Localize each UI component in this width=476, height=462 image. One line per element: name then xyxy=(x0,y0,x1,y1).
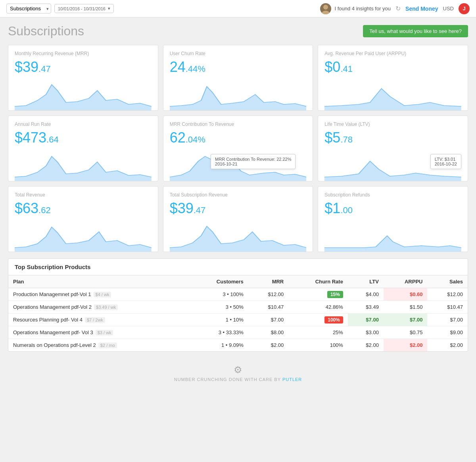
tooltip-5: LTV: $3.012016-10-22 xyxy=(430,154,461,169)
customers-cell-3: 3 • 33.33% xyxy=(190,326,248,339)
date-range-selector[interactable]: 10/01/2016 - 10/31/2016 ▾ xyxy=(54,4,114,13)
footer-brand: PUTLER xyxy=(282,377,302,382)
plan-cell-1: Operations Management pdf-Vol 2$3.49 / w… xyxy=(8,301,190,314)
send-money-button[interactable]: Send Money xyxy=(405,6,438,12)
ltv-cell-0: $4.00 xyxy=(348,288,384,301)
subscriptions-dropdown[interactable]: Subscriptions xyxy=(6,4,51,13)
metric-card-6[interactable]: Total Revenue$63.62 xyxy=(8,186,158,252)
footer-tagline: NUMBER CRUNCHING DONE WITH CARE BY xyxy=(174,377,281,382)
date-range-text: 10/01/2016 - 10/31/2016 xyxy=(58,6,106,11)
plan-cell-2: Resources Planning pdf- Vol 4$7 / 2wk xyxy=(8,314,190,326)
mrr-cell-4: $2.00 xyxy=(248,339,288,352)
mrr-cell-0: $12.00 xyxy=(248,288,288,301)
main-content: Subscriptions Tell us, what would you li… xyxy=(0,17,476,395)
page-header: Subscriptions Tell us, what would you li… xyxy=(8,24,468,38)
chart-area-8 xyxy=(324,220,461,252)
plan-cell-3: Operations Management pdf- Vol 3$3 / wk xyxy=(8,326,190,339)
churn-badge-0: 15% xyxy=(327,291,343,298)
plan-price-1: $3.49 / wk xyxy=(94,304,118,310)
topnav-left: Subscriptions 10/01/2016 - 10/31/2016 ▾ xyxy=(6,4,114,13)
subscriptions-table: PlanCustomersMRRChurn RateLTVARPPUSales … xyxy=(8,275,468,351)
metrics-grid: Monthly Recurring Revenue (MRR)$39.47Use… xyxy=(8,45,468,252)
refresh-icon[interactable]: ↻ xyxy=(395,5,401,12)
mrr-cell-3: $8.00 xyxy=(248,326,288,339)
th-customers: Customers xyxy=(190,275,248,288)
metric-label-8: Subscription Refunds xyxy=(324,192,461,198)
churn-badge-2: 100% xyxy=(324,316,343,323)
chart-area-6 xyxy=(15,220,152,252)
topnav: Subscriptions 10/01/2016 - 10/31/2016 ▾ … xyxy=(0,0,476,17)
plan-price-3: $3 / wk xyxy=(96,330,113,335)
metric-card-5[interactable]: Life Time Value (LTV)$5.78LTV: $3.012016… xyxy=(318,116,468,181)
th-sales: Sales xyxy=(427,275,468,288)
table-row[interactable]: Resources Planning pdf- Vol 4$7 / 2wk1 •… xyxy=(8,314,468,326)
chart-area-4: MRR Contribution To Revenue: 22.22%2016-… xyxy=(170,149,307,181)
th-plan: Plan xyxy=(8,275,190,288)
metric-value-6: $63.62 xyxy=(15,200,152,217)
metric-label-7: Total Subscription Revenue xyxy=(170,192,307,198)
metric-value-3: $473.64 xyxy=(15,129,152,146)
arppu-cell-4: $2.00 xyxy=(384,339,428,352)
subscriptions-dropdown-wrapper[interactable]: Subscriptions xyxy=(6,4,51,13)
chart-area-1 xyxy=(170,79,307,110)
metric-card-4[interactable]: MRR Contribution To Revenue62.04%MRR Con… xyxy=(163,116,313,181)
metric-card-1[interactable]: User Churn Rate24.44% xyxy=(163,45,313,111)
churn-cell-1: 42.86% xyxy=(288,301,348,314)
metric-card-3[interactable]: Annual Run Rate$473.64 xyxy=(8,116,158,181)
table-header: PlanCustomersMRRChurn RateLTVARPPUSales xyxy=(8,275,468,288)
table-row[interactable]: Production Managemnet pdf-Vol 1$4 / wk3 … xyxy=(8,288,468,301)
customers-cell-2: 1 • 10% xyxy=(190,314,248,326)
metric-value-0: $39.47 xyxy=(15,59,152,75)
chart-area-0 xyxy=(15,79,152,110)
metric-value-7: $39.47 xyxy=(170,200,307,217)
metric-label-5: Life Time Value (LTV) xyxy=(324,121,461,127)
metric-card-8[interactable]: Subscription Refunds$1.00 xyxy=(318,186,468,252)
sales-cell-4: $2.00 xyxy=(427,339,468,352)
plan-name-0: Production Managemnet pdf-Vol 1 xyxy=(13,291,91,297)
plan-price-0: $4 / wk xyxy=(94,292,111,297)
chart-area-5: LTV: $3.012016-10-22 xyxy=(324,149,461,181)
tooltip-4: MRR Contribution To Revenue: 22.22%2016-… xyxy=(211,154,296,169)
metric-card-0[interactable]: Monthly Recurring Revenue (MRR)$39.47 xyxy=(8,45,158,111)
metric-value-5: $5.78 xyxy=(324,129,461,146)
table-row[interactable]: Operations Management pdf-Vol 2$3.49 / w… xyxy=(8,301,468,314)
th-churn-rate: Churn Rate xyxy=(288,275,348,288)
table-title: Top Subscription Products xyxy=(8,259,468,275)
date-range-chevron[interactable]: ▾ xyxy=(108,6,110,11)
metric-label-3: Annual Run Rate xyxy=(15,121,152,127)
ltv-cell-1: $3.49 xyxy=(348,301,384,314)
plan-name-2: Resources Planning pdf- Vol 4 xyxy=(13,317,83,323)
metric-value-8: $1.00 xyxy=(324,200,461,217)
plan-price-2: $7 / 2wk xyxy=(85,317,105,323)
metric-value-2: $0.41 xyxy=(324,59,461,75)
table-row[interactable]: Operations Management pdf- Vol 3$3 / wk3… xyxy=(8,326,468,339)
footer: ⚙ NUMBER CRUNCHING DONE WITH CARE BY PUT… xyxy=(8,358,468,388)
mrr-cell-1: $10.47 xyxy=(248,301,288,314)
chart-area-3 xyxy=(15,149,152,181)
ltv-cell-3: $3.00 xyxy=(348,326,384,339)
arppu-cell-1: $1.50 xyxy=(384,301,428,314)
plan-name-1: Operations Management pdf-Vol 2 xyxy=(13,304,92,310)
churn-cell-3: 25% xyxy=(288,326,348,339)
plan-name-3: Operations Management pdf- Vol 3 xyxy=(13,329,93,335)
plan-cell-0: Production Managemnet pdf-Vol 1$4 / wk xyxy=(8,288,190,301)
currency-label: USD xyxy=(443,6,454,12)
insights-avatar xyxy=(320,3,331,14)
table-row[interactable]: Numerals on Operations pdf-Level 2$2 / m… xyxy=(8,339,468,352)
churn-cell-2: 100% xyxy=(288,314,348,326)
metric-card-7[interactable]: Total Subscription Revenue$39.47 xyxy=(163,186,313,252)
tell-us-button[interactable]: Tell us, what would you like to see here… xyxy=(363,25,468,37)
metric-label-1: User Churn Rate xyxy=(170,51,307,56)
footer-icon: ⚙ xyxy=(14,364,462,375)
sales-cell-2: $7.00 xyxy=(427,314,468,326)
customers-cell-4: 1 • 9.09% xyxy=(190,339,248,352)
th-mrr: MRR xyxy=(248,275,288,288)
user-badge[interactable]: J xyxy=(459,3,470,14)
plan-price-4: $2 / mo xyxy=(98,343,117,348)
plan-cell-4: Numerals on Operations pdf-Level 2$2 / m… xyxy=(8,339,190,352)
sales-cell-1: $10.47 xyxy=(427,301,468,314)
svg-point-0 xyxy=(323,5,328,10)
metric-card-2[interactable]: Avg. Revenue Per Paid User (ARPPU)$0.41 xyxy=(318,45,468,111)
metric-label-2: Avg. Revenue Per Paid User (ARPPU) xyxy=(324,51,461,56)
insights-text: I found 4 insights for you xyxy=(334,6,391,12)
